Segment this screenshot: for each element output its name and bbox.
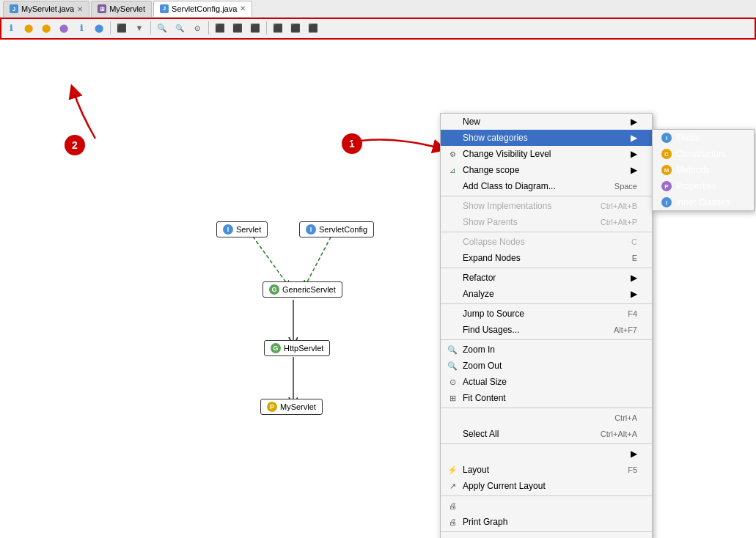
menu-sep-9 xyxy=(441,531,652,532)
node-servletconfig[interactable]: I ServletConfig xyxy=(299,221,374,237)
menu-item-expand-nodes[interactable]: Expand Nodes E xyxy=(441,250,652,266)
submenu-arrow: ▶ xyxy=(631,273,637,283)
methods-icon: M xyxy=(661,165,672,175)
submenu-label: Methods xyxy=(676,165,710,175)
menu-item-analyze[interactable]: Analyze ▶ xyxy=(441,286,652,302)
submenu-item-inner-classes[interactable]: I Inner Classes xyxy=(653,194,754,210)
tab-label: MyServlet xyxy=(109,4,145,13)
submenu-label: Constructors xyxy=(676,149,726,159)
add-class-icon xyxy=(447,180,458,192)
toolbar-btn-6[interactable]: ⬤ xyxy=(91,20,107,36)
menu-sep-2 xyxy=(441,232,652,232)
menu-item-zoom-in[interactable]: 🔍 Zoom In xyxy=(441,342,652,358)
menu-item-label: Collapse Nodes xyxy=(463,237,525,247)
toolbar-btn-layout1[interactable]: ⬛ xyxy=(212,20,228,36)
menu-item-export[interactable]: ↗ Apply Current Layout xyxy=(441,478,652,494)
menu-shortcut: E xyxy=(617,254,637,262)
toolbar-btn-zoom-in[interactable]: 🔍 xyxy=(154,20,170,36)
menu-item-label: Show Implementations xyxy=(463,201,551,211)
menu-item-label: Zoom In xyxy=(463,344,495,355)
scope-icon: ⊿ xyxy=(447,164,458,176)
submenu-item-methods[interactable]: M Methods xyxy=(653,162,754,178)
menu-item-collapse-nodes[interactable]: Collapse Nodes C xyxy=(441,234,652,250)
menu-item-show-parents[interactable]: Show Parents Ctrl+Alt+P xyxy=(441,214,652,230)
submenu-item-properties[interactable]: P Properties xyxy=(653,178,754,194)
submenu-item-constructors[interactable]: C Constructors xyxy=(653,146,754,162)
toolbar-btn-layout3[interactable]: ⬛ xyxy=(247,20,263,36)
node-label: ServletConfig xyxy=(319,225,367,234)
menu-item-select-all[interactable]: Ctrl+A xyxy=(441,410,652,426)
menu-sep-4 xyxy=(441,303,652,304)
toolbar-btn-settings[interactable]: ⬛ xyxy=(305,20,321,36)
menu-item-find-usages[interactable]: Find Usages... Alt+F7 xyxy=(441,322,652,338)
menu-item-jump-to-source[interactable]: Jump to Source F4 xyxy=(441,306,652,322)
context-menu: New ▶ Show categories ▶ I Fields C Const… xyxy=(440,113,653,538)
menu-item-label: Print Graph xyxy=(463,517,507,527)
toolbar-btn-info[interactable]: ℹ xyxy=(3,20,19,36)
menu-item-refactor[interactable]: Refactor ▶ xyxy=(441,270,652,286)
toolbar: ℹ ⬤ ⬤ ⬤ ℹ ⬤ ⬛ ▼ 🔍 🔍 ⊙ ⬛ ⬛ ⬛ ⬛ ⬛ ⬛ xyxy=(0,18,756,40)
menu-sep-1 xyxy=(441,196,652,196)
toolbar-btn-zoom-out[interactable]: 🔍 xyxy=(172,20,188,36)
submenu-label: Fields xyxy=(676,133,700,143)
tab-bar: J MyServlet.java ✕ ⊞ MyServlet J Servlet… xyxy=(0,0,756,18)
toolbar-btn-5[interactable]: ℹ xyxy=(73,20,89,36)
print-icon: 🖨 xyxy=(447,500,458,512)
apply-layout-icon: ⚡ xyxy=(447,464,458,476)
menu-sep-7 xyxy=(441,443,652,444)
menu-item-actual-size[interactable]: ⊙ Actual Size xyxy=(441,374,652,390)
menu-item-print-graph[interactable]: 🖨 xyxy=(441,498,652,514)
tab-myservlet[interactable]: ⊞ MyServlet xyxy=(91,1,152,17)
submenu-item-fields[interactable]: I Fields xyxy=(653,130,754,146)
tab-close-btn[interactable]: ✕ xyxy=(77,5,83,13)
toolbar-btn-4[interactable]: ⬤ xyxy=(56,20,72,36)
deselect-all-icon xyxy=(447,428,458,440)
find-icon xyxy=(447,324,458,336)
submenu-label: Inner Classes xyxy=(676,197,730,207)
menu-item-deselect-all[interactable]: Select All Ctrl+Alt+A xyxy=(441,426,652,442)
menu-item-label: Expand Nodes xyxy=(463,253,521,263)
menu-item-label: Layout xyxy=(463,465,489,475)
menu-item-label: Change Visibility Level xyxy=(463,149,551,159)
node-servlet[interactable]: I Servlet xyxy=(216,221,268,237)
print-preview-icon: 🖨 xyxy=(447,516,458,528)
toolbar-btn-zoom-actual[interactable]: ⊙ xyxy=(189,20,205,36)
toolbar-btn-7[interactable]: ▼ xyxy=(131,20,147,36)
menu-item-show-implementations[interactable]: Show Implementations Ctrl+Alt+B xyxy=(441,198,652,214)
menu-item-label: Apply Current Layout xyxy=(463,481,546,491)
toolbar-btn-export[interactable]: ⬛ xyxy=(270,20,286,36)
interface-icon: I xyxy=(223,224,233,235)
toolbar-btn-filter[interactable]: ⬛ xyxy=(114,20,130,36)
expand-icon xyxy=(447,252,458,264)
menu-item-print-preview[interactable]: 🖨 Print Graph xyxy=(441,514,652,530)
menu-item-label: Actual Size xyxy=(463,377,507,387)
tab-servletconfig-java[interactable]: J ServletConfig.java ✕ xyxy=(153,1,252,17)
menu-item-layout[interactable]: ▶ xyxy=(441,446,652,462)
tab-close-btn[interactable]: ✕ xyxy=(240,4,246,12)
toolbar-btn-layout2[interactable]: ⬛ xyxy=(230,20,246,36)
menu-item-new[interactable]: New ▶ xyxy=(441,114,652,130)
node-myservlet[interactable]: P MyServlet xyxy=(260,399,323,415)
menu-item-apply-layout[interactable]: ⚡ Layout F5 xyxy=(441,462,652,478)
menu-item-show-categories[interactable]: Show categories ▶ I Fields C Constructor… xyxy=(441,130,652,146)
menu-item-add-class[interactable]: Add Class to Diagram... Space xyxy=(441,178,652,194)
node-httpservlet[interactable]: G HttpServlet xyxy=(264,340,330,356)
submenu-arrow: ▶ xyxy=(631,133,637,143)
menu-item-show-edge-labels[interactable]: ✓ Print Preview xyxy=(441,534,652,538)
layout-icon xyxy=(447,448,458,460)
toolbar-btn-3[interactable]: ⬤ xyxy=(38,20,54,36)
tab-myservlet-java[interactable]: J MyServlet.java ✕ xyxy=(3,1,89,17)
menu-item-zoom-out[interactable]: 🔍 Zoom Out xyxy=(441,358,652,374)
class-icon: G xyxy=(271,343,281,353)
node-genericservlet[interactable]: G GenericServlet xyxy=(263,281,342,298)
menu-item-change-scope[interactable]: ⊿ Change scope ▶ xyxy=(441,162,652,178)
menu-item-change-visibility[interactable]: ⚙ Change Visibility Level ▶ xyxy=(441,146,652,162)
toolbar-btn-print[interactable]: ⬛ xyxy=(287,20,304,36)
toolbar-sep-2 xyxy=(150,21,151,34)
toolbar-btn-2[interactable]: ⬤ xyxy=(21,20,37,36)
submenu-arrow: ▶ xyxy=(631,149,637,159)
menu-item-label: Add Class to Diagram... xyxy=(463,181,556,191)
menu-item-fit-content[interactable]: ⊞ Fit Content xyxy=(441,390,652,406)
collapse-icon xyxy=(447,236,458,248)
menu-shortcut: Ctrl+Alt+B xyxy=(586,202,637,210)
